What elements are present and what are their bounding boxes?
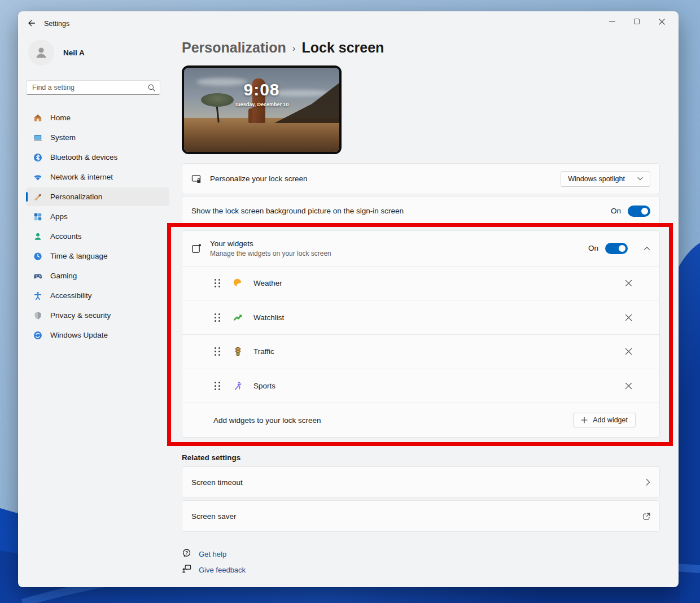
window-title: Settings bbox=[44, 20, 69, 28]
user-profile[interactable]: Neil A bbox=[26, 40, 169, 65]
privacy-icon bbox=[33, 311, 42, 320]
chevron-down-icon bbox=[637, 177, 643, 181]
back-arrow-icon bbox=[27, 19, 36, 28]
sidebar-item-privacy[interactable]: Privacy & security bbox=[26, 306, 169, 325]
personalization-icon bbox=[33, 193, 42, 202]
setting-label: Screen timeout bbox=[191, 478, 243, 487]
widget-label: Weather bbox=[253, 279, 282, 287]
remove-widget-button[interactable] bbox=[620, 309, 637, 326]
chevron-up-icon bbox=[644, 246, 650, 251]
network-icon bbox=[33, 173, 42, 182]
sidebar: Neil A Home bbox=[26, 40, 169, 344]
feedback-icon bbox=[182, 564, 191, 576]
sidebar-item-windows-update[interactable]: Windows Update bbox=[26, 326, 169, 344]
search-icon bbox=[147, 84, 156, 94]
drag-handle[interactable] bbox=[215, 347, 220, 356]
time-language-icon bbox=[33, 252, 42, 261]
sidebar-item-label: System bbox=[50, 133, 76, 142]
give-feedback-label: Give feedback bbox=[199, 566, 246, 574]
user-name: Neil A bbox=[63, 49, 85, 57]
sidebar-item-system[interactable]: System bbox=[26, 128, 169, 147]
preview-ground bbox=[184, 118, 339, 152]
sidebar-item-label: Bluetooth & devices bbox=[50, 153, 117, 161]
give-feedback-link[interactable]: Give feedback bbox=[182, 564, 246, 576]
drag-handle[interactable] bbox=[215, 313, 220, 322]
bluetooth-icon bbox=[33, 153, 42, 162]
sidebar-item-label: Time & language bbox=[50, 252, 108, 260]
toggle-state-label: On bbox=[588, 244, 598, 252]
gaming-icon bbox=[33, 272, 42, 281]
remove-widget-button[interactable] bbox=[620, 343, 637, 360]
widget-row-sports: Sports bbox=[182, 369, 659, 403]
search-input[interactable] bbox=[27, 81, 160, 94]
accounts-icon bbox=[33, 232, 42, 241]
personalize-dropdown[interactable]: Windows spotlight bbox=[561, 171, 650, 187]
add-widget-button[interactable]: Add widget bbox=[573, 413, 636, 427]
breadcrumb: Personalization › Lock screen bbox=[182, 40, 384, 56]
setting-label: Personalize your lock screen bbox=[210, 174, 308, 183]
screen-timeout-card[interactable]: Screen timeout bbox=[182, 466, 660, 498]
sidebar-item-gaming[interactable]: Gaming bbox=[26, 266, 169, 285]
sidebar-item-accounts[interactable]: Accounts bbox=[26, 227, 169, 246]
widget-row-weather: Weather bbox=[182, 266, 659, 300]
preview-date: Tuesday, December 10 bbox=[184, 102, 339, 107]
screen-saver-card[interactable]: Screen saver bbox=[182, 500, 660, 532]
signin-background-toggle[interactable] bbox=[628, 206, 650, 217]
widgets-title: Your widgets bbox=[210, 239, 331, 248]
sidebar-nav: Home System Bluetooth & devices bbox=[26, 108, 169, 344]
sidebar-item-time-language[interactable]: Time & language bbox=[26, 247, 169, 265]
close-icon bbox=[625, 348, 632, 355]
toggle-state-label: On bbox=[611, 207, 621, 215]
personalize-lock-screen-card: Personalize your lock screen Windows spo… bbox=[182, 163, 660, 194]
search-box bbox=[26, 80, 160, 95]
sports-icon bbox=[233, 381, 243, 391]
close-icon bbox=[625, 279, 632, 287]
setting-label: Screen saver bbox=[191, 512, 237, 521]
collapse-expander-button[interactable] bbox=[644, 246, 650, 251]
widgets-subtitle: Manage the widgets on your lock screen bbox=[210, 250, 331, 257]
sidebar-item-personalization[interactable]: Personalization bbox=[26, 187, 169, 206]
remove-widget-button[interactable] bbox=[620, 378, 637, 395]
lock-screen-preview: 9:08 Tuesday, December 10 bbox=[182, 65, 342, 154]
back-button[interactable] bbox=[25, 16, 38, 30]
get-help-link[interactable]: ? Get help bbox=[182, 548, 226, 560]
windows-update-icon bbox=[33, 331, 42, 340]
your-widgets-card: Your widgets Manage the widgets on your … bbox=[182, 230, 660, 438]
get-help-label: Get help bbox=[199, 550, 226, 558]
get-help-icon: ? bbox=[182, 548, 191, 560]
drag-handle[interactable] bbox=[215, 279, 220, 287]
widgets-toggle[interactable] bbox=[605, 243, 628, 254]
widget-row-watchlist: Watchlist bbox=[182, 300, 659, 334]
add-widgets-row: Add widgets to your lock screen Add widg… bbox=[182, 403, 659, 437]
svg-text:?: ? bbox=[185, 550, 188, 556]
sidebar-item-bluetooth[interactable]: Bluetooth & devices bbox=[26, 148, 169, 167]
widget-label: Sports bbox=[253, 382, 275, 390]
your-widgets-header: Your widgets Manage the widgets on your … bbox=[182, 231, 659, 266]
widgets-icon bbox=[191, 243, 202, 254]
sidebar-item-label: Home bbox=[50, 113, 71, 122]
drag-handle[interactable] bbox=[215, 382, 220, 390]
setting-label: Show the lock screen background picture … bbox=[191, 207, 404, 215]
sidebar-item-network[interactable]: Network & internet bbox=[26, 168, 169, 186]
settings-window: Settings bbox=[18, 11, 679, 587]
sidebar-item-label: Windows Update bbox=[50, 331, 108, 339]
widget-label: Traffic bbox=[253, 347, 274, 356]
watchlist-icon bbox=[233, 313, 243, 322]
sidebar-item-accessibility[interactable]: Accessibility bbox=[26, 286, 169, 305]
main-content: Personalization › Lock screen 9:08 Tuesd… bbox=[182, 11, 667, 587]
add-widget-button-label: Add widget bbox=[593, 416, 628, 424]
sidebar-item-label: Gaming bbox=[50, 272, 77, 280]
sidebar-item-label: Apps bbox=[50, 212, 68, 221]
signin-background-card: Show the lock screen background picture … bbox=[182, 196, 660, 226]
desktop: Settings bbox=[0, 0, 700, 603]
breadcrumb-parent[interactable]: Personalization bbox=[182, 40, 286, 56]
remove-widget-button[interactable] bbox=[620, 274, 637, 291]
page-title: Lock screen bbox=[301, 40, 384, 56]
breadcrumb-separator-icon: › bbox=[292, 43, 296, 54]
sidebar-item-apps[interactable]: Apps bbox=[26, 207, 169, 226]
sidebar-item-label: Accessibility bbox=[50, 291, 92, 300]
sidebar-item-label: Network & internet bbox=[50, 173, 113, 181]
sidebar-item-home[interactable]: Home bbox=[26, 108, 169, 127]
close-icon bbox=[625, 382, 632, 390]
related-settings-header: Related settings bbox=[182, 453, 240, 462]
